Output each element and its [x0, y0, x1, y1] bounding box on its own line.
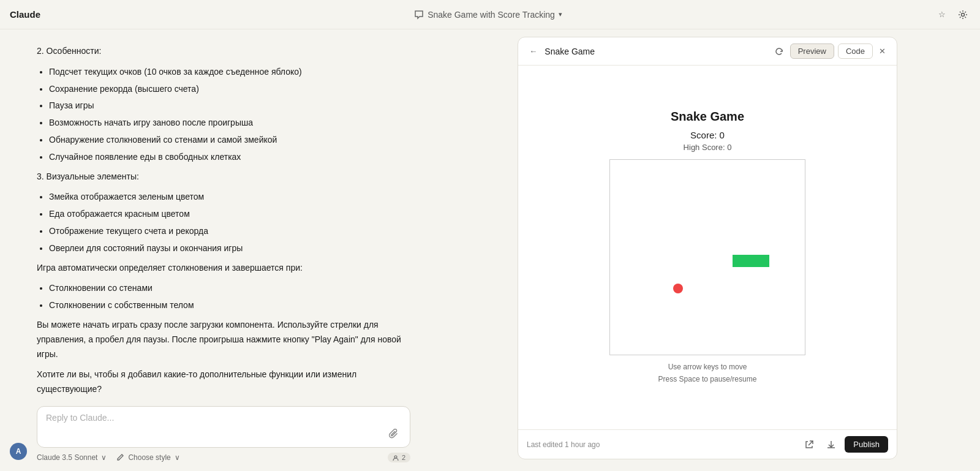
open-external-button[interactable] — [801, 437, 818, 452]
visual-item: Оверлеи для состояний паузы и окончания … — [49, 241, 410, 256]
visual-item: Еда отображается красным цветом — [49, 207, 410, 222]
top-bar-left: Claude — [10, 9, 40, 20]
collision-item: Столкновении с собственным телом — [49, 298, 410, 313]
score-label: Score: 0 — [530, 130, 884, 140]
section3-header: 3. Визуальные элементы: — [37, 170, 410, 184]
back-icon: ← — [529, 47, 537, 56]
start-text: Вы можете начать играть сразу после загр… — [37, 318, 410, 361]
app-name: Claude — [10, 9, 40, 20]
artifact-header-right: Preview Code ✕ — [772, 43, 888, 59]
question-text: Хотите ли вы, чтобы я добавил какие-то д… — [37, 367, 410, 397]
snake-segment-1 — [733, 255, 745, 267]
feature-item: Пауза игры — [49, 99, 410, 113]
attach-icon — [389, 429, 399, 439]
style-chevron: ∨ — [175, 453, 180, 462]
attach-button[interactable] — [386, 426, 401, 441]
style-selector[interactable]: Choose style ∨ — [116, 453, 179, 462]
back-button[interactable]: ← — [527, 44, 540, 58]
title-chevron[interactable]: ▾ — [559, 10, 562, 18]
avatar: A — [10, 443, 27, 460]
top-bar: Claude Snake Game with Score Tracking ▾ … — [0, 0, 980, 29]
model-selector[interactable]: Claude 3.5 Sonnet ∨ — [37, 453, 107, 462]
top-bar-right: ☆ — [936, 7, 970, 22]
feature-item: Случайное появление еды в свободных клет… — [49, 150, 410, 165]
artifact-title: Snake Game — [545, 47, 595, 56]
person-icon — [393, 455, 399, 461]
snake-preview: Snake Game Score: 0 High Score: 0 Use ar… — [530, 110, 884, 385]
conversation-title[interactable]: Snake Game with Score Tracking — [428, 10, 555, 20]
section2-header: 2. Особенности: — [37, 44, 410, 59]
collisions-list: Столкновении со стенами Столкновении с с… — [49, 281, 410, 313]
artifact-header-left: ← Snake Game — [527, 44, 595, 58]
star-icon: ☆ — [938, 10, 946, 19]
feature-item: Возможность начать игру заново после про… — [49, 116, 410, 130]
refresh-icon — [774, 47, 784, 56]
collision-item: Столкновении со стенами — [49, 281, 410, 296]
snake-instructions: Use arrow keys to move Press Space to pa… — [530, 361, 884, 385]
feature-item: Подсчет текущих очков (10 очков за каждо… — [49, 65, 410, 80]
close-button[interactable]: ✕ — [876, 44, 888, 58]
food-item — [673, 284, 683, 293]
high-score-label: High Score: 0 — [530, 143, 884, 152]
pencil-icon — [116, 453, 124, 461]
download-icon — [826, 440, 836, 450]
publish-button[interactable]: Publish — [845, 436, 888, 453]
input-footer: Claude 3.5 Sonnet ∨ Choose style ∨ 2 — [37, 453, 410, 462]
auto-detect-text: Игра автоматически определяет столкновен… — [37, 261, 410, 276]
visual-item: Отображение текущего счета и рекорда — [49, 224, 410, 239]
game-canvas — [609, 159, 805, 355]
counter-badge: 2 — [388, 453, 410, 462]
style-label: Choose style — [128, 453, 170, 462]
chat-icon — [414, 10, 424, 20]
artifact-footer: Last edited 1 hour ago Publish — [518, 429, 897, 459]
code-tab[interactable]: Code — [838, 43, 873, 59]
external-link-icon — [804, 440, 814, 450]
game-title: Snake Game — [530, 110, 884, 124]
input-box: Reply to Claude... — [37, 406, 410, 448]
artifact-header: ← Snake Game Preview Code ✕ — [518, 37, 897, 66]
artifact-card: ← Snake Game Preview Code ✕ — [518, 37, 897, 459]
features-list: Подсчет текущих очков (10 очков за каждо… — [49, 65, 410, 165]
top-bar-center: Snake Game with Score Tracking ▾ — [414, 10, 562, 20]
refresh-button[interactable] — [772, 44, 786, 59]
svg-point-0 — [962, 13, 965, 16]
input-area: Reply to Claude... Claude 3.5 Sonnet ∨ C… — [0, 400, 435, 471]
settings-button[interactable] — [956, 7, 970, 22]
message-content: 2. Особенности: Подсчет текущих очков (1… — [37, 44, 410, 397]
star-button[interactable]: ☆ — [936, 7, 948, 21]
preview-tab[interactable]: Preview — [790, 43, 834, 59]
snake-segment-2 — [745, 255, 757, 267]
instruction2: Press Space to pause/resume — [530, 374, 884, 385]
model-chevron: ∨ — [101, 453, 107, 462]
feature-item: Сохранение рекорда (высшего счета) — [49, 82, 410, 97]
download-button[interactable] — [823, 437, 840, 452]
feature-item: Обнаружение столкновений со стенами и са… — [49, 133, 410, 148]
visuals-list: Змейка отображается зеленым цветом Еда о… — [49, 190, 410, 255]
right-panel: ← Snake Game Preview Code ✕ — [435, 29, 980, 471]
visual-item: Змейка отображается зеленым цветом — [49, 190, 410, 205]
artifact-content: Snake Game Score: 0 High Score: 0 Use ar… — [518, 66, 897, 429]
instruction1: Use arrow keys to move — [530, 361, 884, 373]
artifact-footer-right: Publish — [801, 436, 888, 453]
settings-icon — [958, 10, 968, 20]
input-placeholder[interactable]: Reply to Claude... — [46, 413, 401, 423]
close-icon: ✕ — [879, 47, 886, 56]
snake-segment-3 — [757, 255, 769, 267]
last-edited: Last edited 1 hour ago — [527, 440, 600, 449]
model-name: Claude 3.5 Sonnet — [37, 453, 97, 462]
